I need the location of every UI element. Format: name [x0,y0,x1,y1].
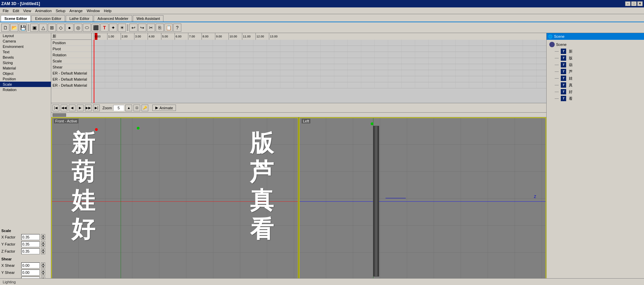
tree-item-scene[interactable]: Scene [548,41,643,48]
tree-item-char[interactable]: T看 [548,95,643,102]
toolbar-sep-1 [28,24,29,31]
x-factor-down[interactable]: ▼ [41,237,45,240]
animate-icon: ▶ [155,106,158,110]
tab-advanced-modeler[interactable]: Advanced Modeler [94,15,132,22]
tl-track[interactable] [92,40,546,46]
tree-item-char[interactable]: T葫 [548,61,643,68]
toolbar-btn-paste[interactable]: 📋 [164,24,173,32]
nav-item-sizing[interactable]: Sizing [0,60,51,65]
tl-track[interactable] [92,52,546,58]
timeline-ruler[interactable]: 0.001.002.003.004.005.006.007.008.009.00… [92,33,546,40]
x-shear-up[interactable]: ▲ [41,262,45,265]
toolbar-btn-ellipse[interactable]: ⬭ [83,24,91,32]
tl-track[interactable] [92,82,546,88]
tree-item-char[interactable]: T芦 [548,68,643,75]
menu-item-file[interactable]: File [1,8,11,13]
y-factor-up[interactable]: ▲ [41,241,45,244]
toolbar-btn-text[interactable]: T [100,24,109,32]
menu-item-arrange[interactable]: Arrange [67,8,85,13]
toolbar-btn-cube[interactable]: ▣ [30,24,38,32]
toolbar-btn-donut[interactable]: ◎ [74,24,82,32]
nav-item-layout[interactable]: Layout [0,33,51,38]
toolbar-btn-cylinder[interactable]: ⬛ [92,24,100,32]
menu-item-view[interactable]: View [21,8,33,13]
nav-item-environment[interactable]: Environment [0,44,51,49]
nav-item-rotation[interactable]: Rotation [0,87,51,92]
tree-item-char[interactable]: T娃 [548,75,643,82]
timeline-scrollbar[interactable] [51,112,546,117]
y-shear-up[interactable]: ▲ [41,269,45,273]
menu-item-setup[interactable]: Setup [54,8,67,13]
tab-extrusion-editor[interactable]: Extrusion Editor [31,15,65,22]
tl-play-back[interactable]: ◀ [69,105,75,111]
viewport-left-label: Left [302,119,310,123]
toolbar-btn-new[interactable]: 🗋 [1,24,9,32]
toolbar-btn-copy[interactable]: ⎘ [156,24,164,32]
viewport-left[interactable]: Left Z [299,117,546,285]
menu-item-window[interactable]: Window [85,8,102,13]
toolbar-btn-cone[interactable]: △ [39,24,47,32]
zoom-input[interactable] [113,105,124,111]
tree-item-char[interactable]: T好 [548,88,643,95]
tl-prev[interactable]: ◀◀ [61,105,67,111]
viewport-front[interactable]: Front - Active 新 葫 娃 好 版 芦 真 看 [51,117,299,285]
tl-track[interactable] [92,76,546,82]
nav-item-camera[interactable]: Camera [0,38,51,44]
minimize-button[interactable]: – [625,1,631,6]
x-shear-input[interactable] [21,262,40,268]
tree-item-char[interactable]: T真 [548,82,643,88]
tl-track[interactable] [92,46,546,52]
x-shear-down[interactable]: ▼ [41,265,45,268]
tl-next[interactable]: ▶▶ [85,105,92,111]
tab-lathe-editor[interactable]: Lathe Editor [66,15,93,22]
toolbar-btn-open[interactable]: 📂 [10,24,18,32]
toolbar-btn-sphere[interactable]: ● [65,24,73,32]
nav-item-text[interactable]: Text [0,49,51,55]
close-button[interactable]: ✕ [637,1,643,6]
z-factor-down[interactable]: ▼ [41,251,45,254]
menu-item-animation[interactable]: Animation [33,8,54,13]
tl-to-end[interactable]: ▶| [93,105,100,111]
toolbar-btn-save[interactable]: 💾 [19,24,27,32]
z-factor-up[interactable]: ▲ [41,248,45,251]
x-factor-input[interactable] [21,234,40,240]
y-shear-down[interactable]: ▼ [41,273,45,276]
tl-track[interactable] [92,64,546,70]
toolbar-btn-redo[interactable]: ↪ [138,24,146,32]
menu-item-edit[interactable]: Edit [11,8,21,13]
left-nav: LayoutCameraEnvironmentTextBevelsSizingM… [0,33,51,227]
toolbar-btn-undo[interactable]: ↩ [129,24,137,32]
toolbar-btn-star[interactable]: ✦ [109,24,117,32]
tl-to-start[interactable]: |◀ [53,105,59,111]
y-factor-down[interactable]: ▼ [41,244,45,247]
nav-item-bevels[interactable]: Bevels [0,55,51,60]
tree-item-char[interactable]: T版 [548,55,643,61]
zoom-up[interactable]: ▲ [125,105,132,111]
tab-scene-editor[interactable]: Scene Editor [1,15,31,22]
timeline-tracks[interactable] [92,40,546,103]
nav-item-material[interactable]: Material [0,65,51,71]
animate-button[interactable]: ▶ Animate [152,105,176,111]
nav-item-object[interactable]: Object [0,71,51,76]
toolbar-btn-diamond[interactable]: ◇ [57,24,65,32]
maximize-button[interactable]: □ [631,1,637,6]
toolbar-btn-help[interactable]: ? [173,24,181,32]
toolbar-btn-light[interactable]: ☀ [118,24,126,32]
tl-track[interactable] [92,70,546,76]
tl-track[interactable] [92,58,546,64]
tab-web-assistant[interactable]: Web Assistant [133,15,164,22]
nav-item-scale[interactable]: Scale [0,82,51,87]
y-factor-input[interactable] [21,241,40,247]
z-factor-input[interactable] [21,248,40,254]
y-shear-input[interactable] [21,269,40,276]
nav-item-position[interactable]: Position [0,76,51,82]
tree-item-char[interactable]: T新 [548,48,643,55]
toolbar-btn-cut[interactable]: ✂ [147,24,155,32]
toolbar-btn-grid[interactable]: ⊞ [48,24,56,32]
zoom-fit[interactable]: ⊡ [133,105,140,111]
tl-play-fwd[interactable]: ▶ [77,105,84,111]
zoom-key[interactable]: 🔑 [142,105,148,111]
timeline-scroll-thumb[interactable] [53,113,66,117]
x-factor-up[interactable]: ▲ [41,234,45,237]
menu-item-help[interactable]: Help [102,8,114,13]
